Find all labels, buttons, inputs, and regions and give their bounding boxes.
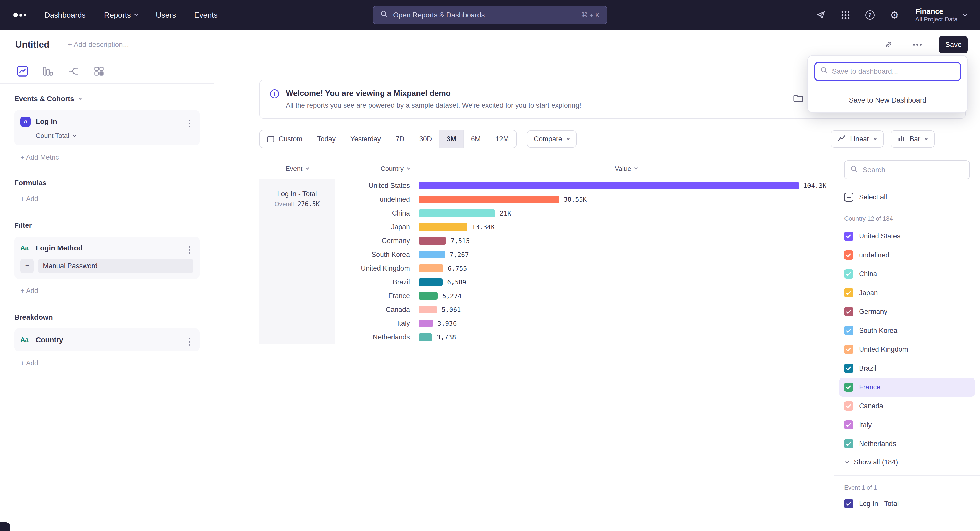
legend-checkbox[interactable]: [844, 401, 853, 411]
nav-item-reports[interactable]: Reports: [104, 11, 138, 19]
project-switcher[interactable]: Finance All Project Data: [915, 7, 967, 23]
column-header-event[interactable]: Event: [259, 165, 335, 173]
save-dashboard-input[interactable]: [832, 67, 955, 76]
bar-france[interactable]: [418, 292, 438, 300]
date-range-12m[interactable]: 12M: [488, 130, 516, 148]
date-range-30d[interactable]: 30D: [412, 130, 440, 148]
breakdown-property-name[interactable]: Country: [36, 336, 63, 344]
bar-netherlands[interactable]: [418, 333, 432, 341]
event-checkbox[interactable]: [844, 499, 853, 508]
legend-checkbox[interactable]: [844, 364, 853, 373]
bar-undefined[interactable]: [418, 196, 559, 203]
more-options-icon[interactable]: [911, 38, 924, 51]
nav-item-events[interactable]: Events: [194, 11, 218, 19]
tab-flows-icon[interactable]: [67, 65, 80, 77]
legend-item-canada[interactable]: Canada: [839, 396, 975, 415]
apps-grid-icon[interactable]: [840, 10, 851, 21]
legend-checkbox[interactable]: [844, 420, 853, 430]
legend-item-brazil[interactable]: Brazil: [839, 359, 975, 378]
add-formula-button[interactable]: + Add: [21, 195, 200, 203]
legend-item-united-kingdom[interactable]: United Kingdom: [839, 340, 975, 359]
events-section-title[interactable]: Events & Cohorts: [14, 95, 200, 103]
legend-item-italy[interactable]: Italy: [839, 415, 975, 434]
breakdown-kebab-icon[interactable]: [186, 334, 193, 346]
share-link-icon[interactable]: [882, 38, 895, 51]
legend-item-south-korea[interactable]: South Korea: [839, 321, 975, 340]
settings-gear-icon[interactable]: ⚙: [889, 10, 900, 21]
legend-checkbox[interactable]: [844, 231, 853, 241]
chart-type-selector[interactable]: Bar: [891, 130, 935, 148]
legend-checkbox[interactable]: [844, 439, 853, 449]
date-range-custom[interactable]: Custom: [260, 130, 310, 148]
save-to-new-dashboard-option[interactable]: Save to New Dashboard: [808, 88, 967, 112]
bar-south-korea[interactable]: [418, 251, 445, 258]
legend-event-item[interactable]: Log In - Total: [844, 494, 970, 513]
legend-checkbox[interactable]: [844, 269, 853, 279]
add-metric-button[interactable]: + Add Metric: [21, 154, 200, 162]
metric-card[interactable]: A Log In Count Total: [14, 110, 200, 145]
legend-item-netherlands[interactable]: Netherlands: [839, 434, 975, 453]
tab-insights-icon[interactable]: [16, 65, 29, 77]
tab-funnels-icon[interactable]: [42, 65, 54, 77]
filter-kebab-icon[interactable]: [186, 242, 193, 254]
add-breakdown-button[interactable]: + Add: [21, 359, 200, 367]
metric-kebab-icon[interactable]: [186, 116, 193, 127]
filter-operator[interactable]: =: [21, 259, 34, 273]
date-range-6m[interactable]: 6M: [464, 130, 488, 148]
legend-search-input[interactable]: [862, 166, 964, 174]
legend-item-undefined[interactable]: undefined: [839, 246, 975, 265]
legend-checkbox[interactable]: [844, 345, 853, 354]
filter-card[interactable]: Aa Login Method = Manual Password: [14, 237, 200, 279]
send-icon[interactable]: [815, 10, 827, 21]
help-icon[interactable]: ?: [864, 10, 876, 21]
legend-item-china[interactable]: China: [839, 265, 975, 283]
bar-germany[interactable]: [418, 237, 446, 244]
legend-checkbox[interactable]: [844, 288, 853, 297]
bar-japan[interactable]: [418, 223, 467, 231]
column-header-country[interactable]: Country: [335, 165, 418, 173]
event-series-label[interactable]: Log In - Total: [277, 190, 317, 198]
legend-item-japan[interactable]: Japan: [839, 283, 975, 302]
legend-search[interactable]: [844, 160, 970, 179]
add-description-placeholder[interactable]: + Add description...: [68, 41, 129, 49]
legend-checkbox[interactable]: [844, 307, 853, 316]
nav-item-users[interactable]: Users: [156, 11, 176, 19]
bar-italy[interactable]: [418, 320, 433, 327]
report-title[interactable]: Untitled: [15, 39, 49, 50]
line-type-selector[interactable]: Linear: [831, 130, 883, 148]
tab-retention-icon[interactable]: [93, 65, 105, 77]
column-header-value[interactable]: Value: [418, 165, 834, 173]
show-all-button[interactable]: Show all (184): [844, 458, 970, 466]
bar-china[interactable]: [418, 209, 495, 217]
legend-checkbox[interactable]: [844, 382, 853, 392]
select-all-checkbox[interactable]: [844, 193, 853, 202]
bar-united-kingdom[interactable]: [418, 265, 443, 272]
bar-canada[interactable]: [418, 306, 437, 314]
mixpanel-logo-icon[interactable]: [13, 13, 26, 17]
filter-property-name[interactable]: Login Method: [36, 244, 83, 252]
bar-category-label: Japan: [335, 223, 418, 231]
save-button[interactable]: Save: [939, 36, 968, 53]
legend-checkbox[interactable]: [844, 326, 853, 335]
add-filter-button[interactable]: + Add: [21, 287, 200, 295]
date-range-yesterday[interactable]: Yesterday: [343, 130, 388, 148]
date-range-7d[interactable]: 7D: [388, 130, 412, 148]
breakdown-card[interactable]: Aa Country: [14, 328, 200, 351]
bar-united-states[interactable]: [418, 182, 799, 190]
aggregation-selector[interactable]: Count Total: [36, 132, 193, 140]
date-range-3m[interactable]: 3M: [439, 130, 464, 148]
bar-brazil[interactable]: [418, 278, 442, 286]
legend-checkbox[interactable]: [844, 250, 853, 260]
chat-widget-partial[interactable]: [0, 522, 10, 531]
save-dashboard-search[interactable]: [814, 62, 961, 81]
nav-item-dashboards[interactable]: Dashboards: [45, 11, 86, 19]
legend-item-united-states[interactable]: United States: [839, 227, 975, 246]
metric-event-name[interactable]: Log In: [36, 117, 57, 126]
legend-item-france[interactable]: France: [839, 378, 975, 396]
legend-item-germany[interactable]: Germany: [839, 302, 975, 321]
filter-value[interactable]: Manual Password: [38, 259, 193, 273]
select-all-row[interactable]: Select all: [844, 193, 970, 202]
compare-button[interactable]: Compare: [527, 130, 576, 148]
date-range-today[interactable]: Today: [310, 130, 343, 148]
global-search-button[interactable]: Open Reports & Dashboards ⌘ + K: [372, 6, 608, 24]
